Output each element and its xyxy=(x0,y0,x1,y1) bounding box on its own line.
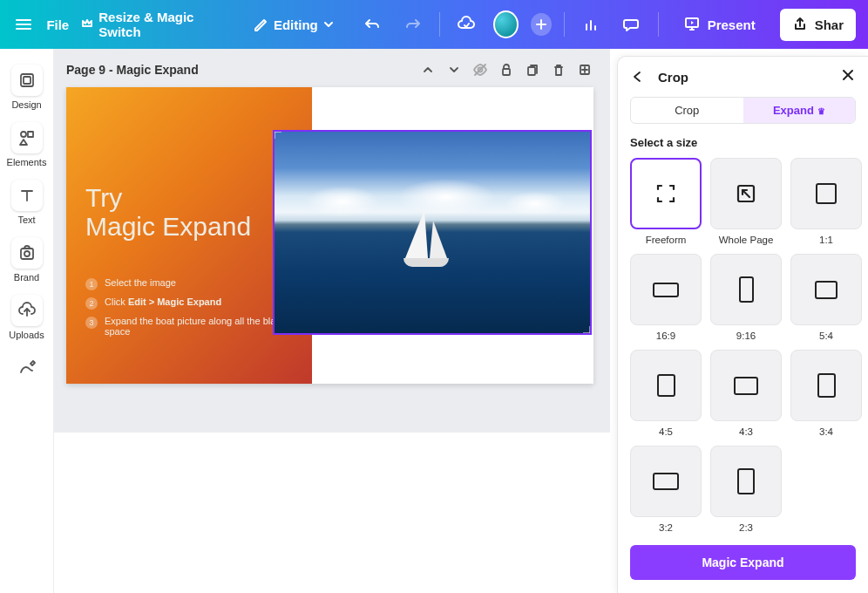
analytics-button[interactable] xyxy=(576,9,605,40)
step-row: 1 Select the image xyxy=(85,277,295,290)
page-header xyxy=(66,58,598,82)
uploads-icon xyxy=(11,295,43,326)
svg-rect-25 xyxy=(528,67,535,75)
design-icon xyxy=(11,65,43,96)
step-row: 2 Click Edit > Magic Expand xyxy=(85,296,295,310)
rail-uploads[interactable]: Uploads xyxy=(3,291,51,344)
tab-expand[interactable]: Expand ♛ xyxy=(743,98,856,123)
size-option-3-2[interactable]: 3:2 xyxy=(630,446,702,533)
rail-elements[interactable]: Elements xyxy=(3,119,51,171)
panel-title: Crop xyxy=(658,70,831,85)
size-box xyxy=(630,254,702,325)
canvas-area: Try Magic Expand 1 Select the image 2 Cl… xyxy=(54,49,610,433)
size-option-freeform[interactable]: Freeform xyxy=(630,158,702,245)
add-button[interactable] xyxy=(531,13,552,36)
add-page-button[interactable] xyxy=(572,57,598,83)
magic-expand-button[interactable]: Magic Expand xyxy=(630,545,856,580)
size-label: 3:4 xyxy=(819,426,833,437)
close-button[interactable] xyxy=(840,67,856,86)
step-text: Expand the boat picture along all the bl… xyxy=(105,316,295,337)
crop-handle-tl[interactable] xyxy=(273,130,285,142)
lock-button[interactable] xyxy=(493,57,519,83)
brand-icon xyxy=(11,237,43,269)
aspect-shape xyxy=(657,374,675,397)
size-label: 4:3 xyxy=(739,426,753,437)
cloud-sync-icon[interactable] xyxy=(452,9,481,40)
file-label: File xyxy=(46,17,69,32)
svg-marker-16 xyxy=(20,140,27,145)
left-rail: Design Elements Text Brand Uploads xyxy=(0,49,54,593)
share-icon xyxy=(792,16,808,34)
size-box xyxy=(710,158,782,229)
divider xyxy=(564,12,565,37)
editing-menu[interactable]: Editing xyxy=(253,16,334,34)
aspect-shape xyxy=(739,276,754,303)
rail-text[interactable]: Text xyxy=(3,176,51,228)
undo-button[interactable] xyxy=(358,9,387,40)
rail-draw[interactable] xyxy=(3,349,51,387)
svg-point-14 xyxy=(21,132,26,137)
divider xyxy=(439,12,440,37)
size-option-wholepage[interactable]: Whole Page xyxy=(710,158,782,245)
present-icon xyxy=(683,15,701,35)
aspect-shape xyxy=(817,373,836,398)
menu-button[interactable] xyxy=(12,12,34,37)
rail-brand[interactable]: Brand xyxy=(3,234,51,286)
draw-icon xyxy=(11,352,43,384)
rail-label: Elements xyxy=(7,157,47,167)
sailboat-icon xyxy=(430,221,447,258)
rail-label: Brand xyxy=(14,272,39,283)
step-row: 3 Expand the boat picture along all the … xyxy=(85,316,295,337)
step-text: Select the image xyxy=(105,277,176,288)
rail-design[interactable]: Design xyxy=(3,61,51,113)
aspect-shape xyxy=(653,283,679,297)
delete-button[interactable] xyxy=(546,57,572,83)
size-option-4-5[interactable]: 4:5 xyxy=(630,350,702,437)
editing-label: Editing xyxy=(274,17,318,32)
page-title-input[interactable] xyxy=(66,63,293,77)
pencil-icon xyxy=(253,16,268,34)
size-grid: FreeformWhole Page1:116:99:165:44:54:33:… xyxy=(630,158,856,533)
resize-menu[interactable]: Resize & Magic Switch xyxy=(81,10,225,39)
size-label: 2:3 xyxy=(739,522,753,533)
avatar[interactable] xyxy=(493,10,519,38)
svg-rect-15 xyxy=(28,132,33,137)
size-box xyxy=(630,446,702,517)
page-down-button[interactable] xyxy=(441,57,467,83)
step-text: Click Edit > Magic Expand xyxy=(105,296,221,307)
size-box xyxy=(710,254,782,325)
comment-button[interactable] xyxy=(617,9,646,40)
visibility-button[interactable] xyxy=(467,57,493,83)
size-box xyxy=(790,350,862,421)
size-option-3-4[interactable]: 3:4 xyxy=(790,350,862,437)
rail-label: Design xyxy=(11,99,41,110)
size-option-5-4[interactable]: 5:4 xyxy=(790,254,862,341)
size-label: 1:1 xyxy=(819,235,833,245)
present-label: Present xyxy=(708,17,756,32)
size-label: 16:9 xyxy=(656,331,675,341)
duplicate-button[interactable] xyxy=(519,57,546,83)
file-menu[interactable]: File xyxy=(46,17,69,32)
share-button[interactable]: Shar xyxy=(780,9,856,41)
back-button[interactable] xyxy=(630,69,649,85)
size-box xyxy=(630,350,702,421)
size-option-2-3[interactable]: 2:3 xyxy=(710,446,782,533)
svg-point-20 xyxy=(24,251,30,256)
present-button[interactable]: Present xyxy=(671,10,768,40)
step-number: 2 xyxy=(85,297,98,310)
size-box xyxy=(710,446,782,517)
aspect-shape xyxy=(653,473,679,490)
selected-image[interactable] xyxy=(273,130,592,335)
redo-button[interactable] xyxy=(398,9,427,40)
size-option-16-9[interactable]: 16:9 xyxy=(630,254,702,341)
size-option-4-3[interactable]: 4:3 xyxy=(710,350,782,437)
crop-handle-br[interactable] xyxy=(580,323,592,335)
sailboat-icon xyxy=(403,258,449,267)
tab-crop[interactable]: Crop xyxy=(631,98,743,123)
size-option-9-16[interactable]: 9:16 xyxy=(710,254,782,341)
svg-rect-13 xyxy=(24,77,31,84)
size-option-1-1[interactable]: 1:1 xyxy=(790,158,862,245)
crop-expand-tabs: Crop Expand ♛ xyxy=(630,97,856,124)
page-up-button[interactable] xyxy=(415,57,441,83)
slide[interactable]: Try Magic Expand 1 Select the image 2 Cl… xyxy=(66,87,593,384)
